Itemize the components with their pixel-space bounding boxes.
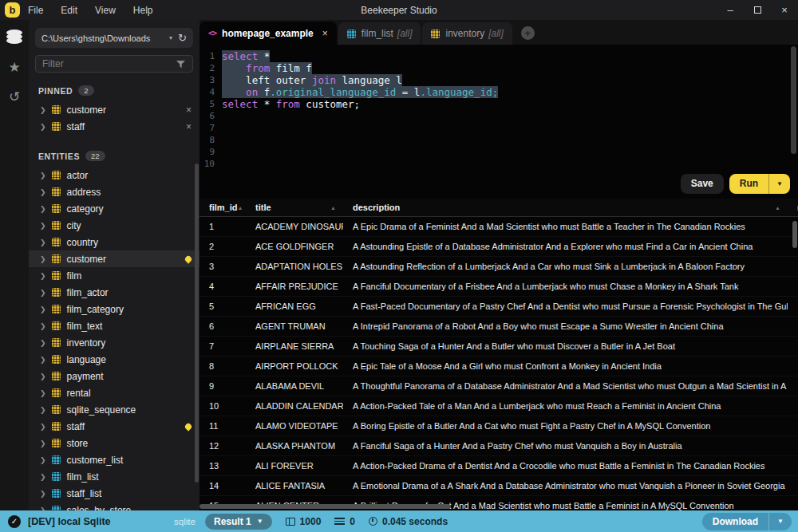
sidebar-item-store[interactable]: ❯store: [29, 435, 200, 451]
results-horizontal-scrollbar[interactable]: [200, 504, 451, 509]
tab-inventory[interactable]: inventory[all]: [422, 22, 512, 45]
sidebar-item-customer[interactable]: ❯customer: [29, 250, 200, 267]
filter-input[interactable]: Filter: [35, 55, 193, 73]
line-number: 7: [200, 122, 222, 134]
sql-token: select: [222, 50, 258, 62]
save-button[interactable]: Save: [681, 174, 724, 194]
results-vertical-scrollbar[interactable]: [792, 221, 797, 248]
run-button[interactable]: Run ▼: [729, 174, 790, 194]
cell: A Astounding Reflection of a Lumberjack …: [343, 262, 788, 271]
code-line: 7: [200, 122, 798, 134]
sidebar-item-rental[interactable]: ❯rental: [29, 384, 200, 401]
code-line: 10: [200, 158, 798, 170]
chevron-right-icon: ❯: [40, 322, 46, 330]
tab-close-icon[interactable]: ×: [322, 28, 328, 39]
editor-scrollbar[interactable]: [791, 46, 796, 154]
sidebar-item-actor[interactable]: ❯actor: [29, 167, 200, 183]
sidebar-item-category[interactable]: ❯category: [29, 200, 200, 217]
new-tab-button[interactable]: +: [521, 26, 535, 40]
menu-help[interactable]: Help: [133, 5, 153, 16]
column-label: description: [353, 203, 400, 212]
table-icon: [52, 305, 61, 313]
minimize-button[interactable]: –: [717, 0, 744, 20]
sidebar-item-sqlite_sequence[interactable]: ❯sqlite_sequence: [29, 401, 200, 418]
unpin-close-icon[interactable]: ×: [186, 104, 192, 116]
sidebar-item-staff[interactable]: ❯staff: [29, 418, 200, 435]
tab-film_list[interactable]: film_list[all]: [338, 22, 421, 45]
sidebar-item-film_list[interactable]: ❯film_list: [29, 468, 200, 485]
sidebar-item-customer[interactable]: ❯customer×: [29, 101, 200, 118]
maximize-button[interactable]: [744, 0, 771, 20]
cell: AIRPORT POLLOCK: [246, 361, 343, 371]
tab-homepage_example[interactable]: <>homepage_example×: [200, 22, 337, 45]
favorites-star-icon[interactable]: ★: [8, 61, 20, 74]
download-caret-icon[interactable]: ▼: [768, 513, 792, 530]
table-icon: [52, 271, 61, 280]
sidebar-item-language[interactable]: ❯language: [29, 351, 200, 368]
table-row[interactable]: 1ACADEMY DINOSAURA Epic Drama of a Femin…: [200, 217, 798, 237]
unpin-close-icon[interactable]: ×: [186, 121, 192, 132]
beekeeper-logo-icon: b: [5, 2, 20, 18]
table-row[interactable]: 6AGENT TRUMANA Intrepid Panorama of a Ro…: [200, 317, 798, 337]
affected-count-value: 0: [350, 516, 355, 527]
chevron-right-icon: ❯: [40, 406, 46, 414]
table-row[interactable]: 11ALAMO VIDEOTAPEA Boring Epistle of a B…: [200, 416, 798, 436]
table-icon: [52, 122, 61, 131]
sql-editor[interactable]: 1select *2 from film f3 left outer join …: [200, 45, 798, 199]
sidebar-item-country[interactable]: ❯country: [29, 234, 200, 250]
chevron-right-icon: ❯: [40, 439, 46, 447]
menu-view[interactable]: View: [95, 5, 116, 16]
run-dropdown-caret-icon[interactable]: ▼: [768, 174, 790, 194]
table-row[interactable]: 4AFFAIR PREJUDICEA Fanciful Documentary …: [200, 277, 798, 297]
run-button-label[interactable]: Run: [729, 174, 768, 194]
column-header-description[interactable]: description▲: [343, 203, 788, 212]
status-middle-group: Result 1 ▼ 1000 0 0.045 seconds: [205, 514, 448, 530]
sidebar-item-staff[interactable]: ❯staff×: [29, 118, 200, 135]
history-icon[interactable]: ↺: [9, 90, 20, 104]
menu-edit[interactable]: Edit: [61, 5, 77, 16]
column-header-title[interactable]: title▲: [246, 203, 343, 212]
sidebar-item-payment[interactable]: ❯payment: [29, 368, 200, 384]
pinned-section-header: PINNED 2: [29, 73, 200, 101]
table-row[interactable]: 13ALI FOREVERA Action-Packed Drama of a …: [200, 456, 798, 476]
result-selector[interactable]: Result 1 ▼: [205, 514, 272, 530]
sql-token: *: [258, 50, 270, 62]
sidebar-item-customer_list[interactable]: ❯customer_list: [29, 451, 200, 468]
table-row[interactable]: 3ADAPTATION HOLESA Astounding Reflection…: [200, 257, 798, 277]
cell: AFRICAN EGG: [246, 301, 343, 311]
table-icon: [52, 405, 61, 414]
download-button[interactable]: Download ▼: [702, 513, 792, 530]
sql-token: f: [258, 86, 270, 98]
database-icon[interactable]: [6, 30, 22, 45]
table-row[interactable]: 5AFRICAN EGGA Fast-Paced Documentary of …: [200, 297, 798, 317]
table-row[interactable]: 8AIRPORT POLLOCKA Epic Tale of a Moose A…: [200, 357, 798, 376]
sidebar-item-film_actor[interactable]: ❯film_actor: [29, 284, 200, 301]
download-button-label[interactable]: Download: [702, 513, 768, 530]
sidebar-item-city[interactable]: ❯city: [29, 217, 200, 234]
chevron-down-icon: ▾: [169, 34, 172, 41]
cell: 1: [200, 222, 246, 231]
cell: 4: [200, 282, 246, 291]
table-row[interactable]: 12ALASKA PHANTOMA Fanciful Saga of a Hun…: [200, 436, 798, 456]
sidebar-item-film[interactable]: ❯film: [29, 267, 200, 284]
table-row[interactable]: 7AIRPLANE SIERRAA Touching Saga of a Hun…: [200, 337, 798, 357]
table-row[interactable]: 2ACE GOLDFINGERA Astounding Epistle of a…: [200, 237, 798, 257]
close-button[interactable]: ×: [771, 0, 798, 20]
sql-token: on: [246, 86, 258, 98]
table-row[interactable]: 10ALADDIN CALENDARA Action-Packed Tale o…: [200, 396, 798, 416]
sidebar-item-film_text[interactable]: ❯film_text: [29, 317, 200, 334]
refresh-icon[interactable]: ↻: [178, 32, 187, 44]
sidebar-scrollbar[interactable]: [195, 164, 199, 483]
sidebar-item-staff_list[interactable]: ❯staff_list: [29, 485, 200, 502]
sidebar-item-address[interactable]: ❯address: [29, 183, 200, 200]
connection-dropdown[interactable]: C:\Users\ghstng\Downloads ▾ ↻: [35, 28, 193, 48]
column-header-release_year[interactable]: r: [788, 203, 798, 212]
table-row[interactable]: 9ALABAMA DEVILA Thoughtful Panorama of a…: [200, 376, 798, 396]
sidebar-item-sales_by_store[interactable]: ❯sales_by_store: [29, 502, 200, 510]
sidebar-item-inventory[interactable]: ❯inventory: [29, 334, 200, 351]
chevron-right-icon: ❯: [40, 238, 46, 246]
column-header-film_id[interactable]: film_id▲: [200, 203, 246, 212]
table-row[interactable]: 14ALICE FANTASIAA Emotional Drama of a A…: [200, 476, 798, 496]
sidebar-item-film_category[interactable]: ❯film_category: [29, 301, 200, 317]
menu-file[interactable]: File: [28, 5, 43, 16]
